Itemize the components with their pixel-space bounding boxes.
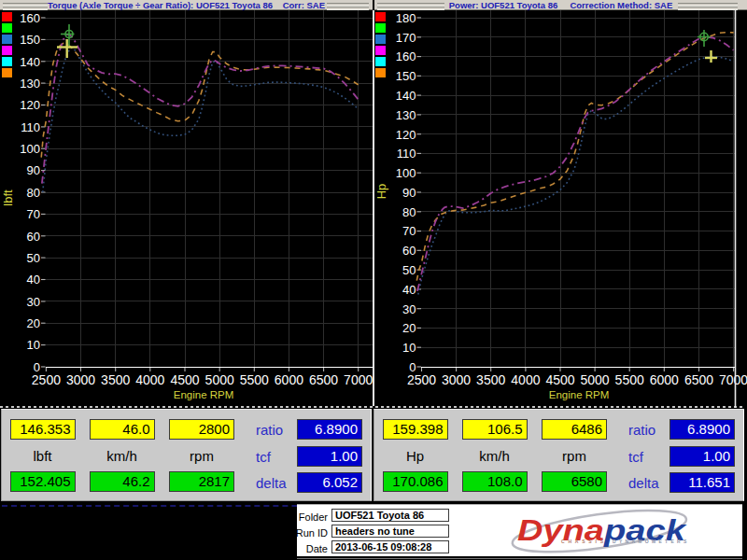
svg-text:Engine RPM: Engine RPM — [174, 389, 234, 400]
svg-text:160: 160 — [396, 49, 416, 63]
svg-text:80: 80 — [402, 205, 416, 219]
svg-text:90: 90 — [402, 186, 416, 200]
svg-text:2500: 2500 — [32, 372, 61, 387]
svg-text:3000: 3000 — [66, 372, 95, 387]
svg-text:7000: 7000 — [344, 372, 373, 387]
svg-text:40: 40 — [27, 273, 40, 287]
svg-text:4500: 4500 — [170, 372, 199, 387]
svg-text:90: 90 — [27, 163, 40, 177]
svg-text:5000: 5000 — [581, 372, 610, 387]
svg-text:20: 20 — [27, 316, 40, 330]
svg-text:180: 180 — [396, 11, 416, 25]
svg-text:7000: 7000 — [719, 372, 747, 387]
svg-text:150: 150 — [396, 69, 416, 83]
svg-text:10: 10 — [27, 338, 40, 352]
svg-text:5500: 5500 — [615, 372, 644, 387]
svg-text:100: 100 — [396, 166, 416, 180]
svg-text:4000: 4000 — [135, 372, 164, 387]
svg-text:DYNAMOMETERS: DYNAMOMETERS — [613, 539, 690, 544]
svg-text:2500: 2500 — [407, 372, 436, 387]
svg-text:3500: 3500 — [476, 372, 505, 387]
svg-text:40: 40 — [402, 283, 416, 297]
svg-text:4500: 4500 — [545, 372, 574, 387]
svg-text:50: 50 — [27, 251, 40, 265]
svg-text:10: 10 — [402, 341, 416, 355]
svg-text:3000: 3000 — [442, 372, 471, 387]
svg-text:6000: 6000 — [275, 372, 303, 387]
svg-text:80: 80 — [27, 186, 40, 200]
svg-text:50: 50 — [402, 263, 416, 277]
svg-text:6000: 6000 — [650, 372, 679, 387]
svg-text:140: 140 — [396, 89, 416, 103]
svg-text:20: 20 — [402, 321, 416, 335]
svg-text:30: 30 — [402, 302, 416, 316]
svg-text:5000: 5000 — [205, 372, 234, 387]
svg-text:5500: 5500 — [240, 372, 269, 387]
svg-text:Hp: Hp — [374, 184, 388, 200]
svg-text:70: 70 — [402, 224, 416, 238]
svg-text:6500: 6500 — [684, 372, 713, 387]
svg-text:140: 140 — [20, 55, 40, 69]
svg-text:160: 160 — [20, 11, 40, 25]
svg-text:Engine RPM: Engine RPM — [549, 389, 610, 400]
svg-text:100: 100 — [20, 142, 40, 156]
svg-text:4000: 4000 — [511, 372, 540, 387]
svg-text:120: 120 — [396, 128, 416, 142]
svg-text:130: 130 — [20, 77, 40, 91]
svg-text:60: 60 — [27, 230, 40, 244]
svg-text:110: 110 — [397, 147, 416, 161]
svg-text:60: 60 — [402, 244, 416, 258]
svg-text:6500: 6500 — [309, 372, 338, 387]
svg-text:120: 120 — [20, 98, 40, 112]
svg-text:130: 130 — [396, 108, 416, 122]
svg-text:30: 30 — [27, 295, 40, 309]
svg-text:70: 70 — [27, 207, 40, 221]
svg-text:150: 150 — [20, 33, 40, 47]
svg-text:110: 110 — [21, 120, 40, 134]
svg-text:CHASSIS: CHASSIS — [561, 539, 607, 544]
svg-text:3500: 3500 — [101, 372, 130, 387]
svg-text:170: 170 — [396, 31, 416, 45]
svg-text:lbft: lbft — [1, 189, 15, 206]
